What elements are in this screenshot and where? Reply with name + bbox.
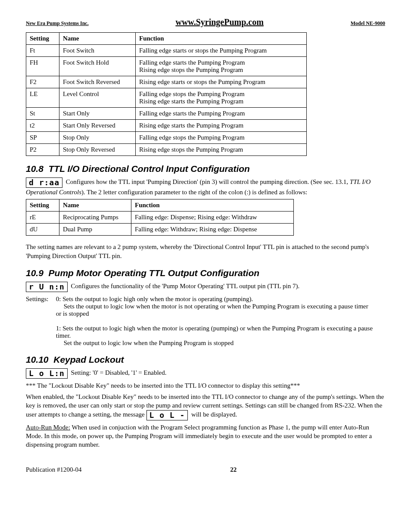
cell-name: Foot Switch Reversed <box>59 76 136 88</box>
settings-table-1: Setting Name Function FtFoot SwitchFalli… <box>26 32 307 156</box>
cell-setting: P2 <box>26 144 59 156</box>
text: ). The 2 letter configuration parameter … <box>81 189 307 196</box>
cell-function: Falling edge starts or stops the Pumping… <box>136 45 307 57</box>
setting-0-line2: Sets the output to logic low when the mo… <box>56 303 368 317</box>
sec109-para1: r U n:n Configures the functionality of … <box>26 282 385 292</box>
cell-setting: FH <box>26 57 59 76</box>
text: Configures the functionality of the 'Pum… <box>71 283 300 289</box>
setting-1-line2: Set the output to logic low when the Pum… <box>64 339 234 346</box>
section-title: Keypad Lockout <box>53 355 124 364</box>
cell-name: Stop Only Reversed <box>59 144 136 156</box>
section-title: Pump Motor Operating TTL Output Configur… <box>49 268 260 278</box>
cell-function: Falling edge: Dispense; Rising edge: Wit… <box>131 212 294 224</box>
table-row: F2Foot Switch ReversedRising edge starts… <box>26 76 307 88</box>
cell-name: Foot Switch <box>59 45 136 57</box>
header-model: Model NE-9000 <box>351 20 385 27</box>
lcd-display-icon: L o L:n <box>26 368 68 379</box>
header-company: New Era Pump Systems Inc. <box>26 20 89 27</box>
lcd-display-icon: L o L - <box>146 410 188 420</box>
setting-0-line1: 0: Sets the output to logic high only wh… <box>56 296 253 302</box>
cell-function: Rising edge starts the Pumping Program <box>136 120 307 132</box>
sec1010-setting-line: L o L:n Setting: '0' = Disabled, '1' = E… <box>26 368 385 379</box>
sec108-para1: d r:aa Configures how the TTL input 'Pum… <box>26 177 385 196</box>
cell-function: Falling edge starts the Pumping Program … <box>136 57 307 76</box>
cell-name: Level Control <box>59 88 136 108</box>
table-row: StStart OnlyFalling edge starts the Pump… <box>26 108 307 120</box>
cell-function: Falling edge starts the Pumping Program <box>136 108 307 120</box>
cell-setting: St <box>26 108 59 120</box>
settings-table-2: Setting Name Function rEReciprocating Pu… <box>26 199 294 236</box>
cell-setting: dU <box>26 224 59 236</box>
text: will be displayed. <box>191 411 237 418</box>
section-number: 10.10 <box>26 355 49 364</box>
th-setting: Setting <box>26 33 59 45</box>
table-row: FtFoot SwitchFalling edge starts or stop… <box>26 45 307 57</box>
table-row: t2Start Only ReversedRising edge starts … <box>26 120 307 132</box>
sec108-para2: The setting names are relevant to a 2 pu… <box>26 243 385 260</box>
th-function: Function <box>136 33 307 45</box>
section-number: 10.9 <box>26 268 44 278</box>
cell-function: Rising edge stops the Pumping Program <box>136 144 307 156</box>
cell-name: Reciprocating Pumps <box>59 212 131 224</box>
cell-setting: LE <box>26 88 59 108</box>
cell-name: Start Only Reversed <box>59 120 136 132</box>
cell-function: Falling edge stops the Pumping Program <box>136 132 307 144</box>
page-header: New Era Pump Systems Inc. www.SyringePum… <box>26 17 385 27</box>
th-function: Function <box>131 199 294 212</box>
text: Setting: '0' = Disabled, '1' = Enabled. <box>71 369 167 376</box>
table-header-row: Setting Name Function <box>26 199 294 212</box>
cell-setting: t2 <box>26 120 59 132</box>
settings-body: 0: Sets the output to logic high only wh… <box>56 296 375 347</box>
cell-function: Falling edge stops the Pumping Program R… <box>136 88 307 108</box>
sec109-settings: Settings: 0: Sets the output to logic hi… <box>26 296 385 347</box>
sec1010-autorun: Auto-Run Mode: When used in conjuction w… <box>26 423 385 449</box>
autorun-label: Auto-Run Mode: <box>26 424 70 431</box>
footer-page-number: 22 <box>230 466 237 473</box>
section-number: 10.8 <box>26 164 44 174</box>
header-url: www.SyringePump.com <box>175 17 263 27</box>
table-row: LELevel ControlFalling edge stops the Pu… <box>26 88 307 108</box>
cell-setting: SP <box>26 132 59 144</box>
cell-function: Rising edge starts or stops the Pumping … <box>136 76 307 88</box>
text: Configures how the TTL input 'Pumping Di… <box>66 178 350 185</box>
table-row: rEReciprocating PumpsFalling edge: Dispe… <box>26 212 294 224</box>
table-row: P2Stop Only ReversedRising edge stops th… <box>26 144 307 156</box>
table-row: FHFoot Switch HoldFalling edge starts th… <box>26 57 307 76</box>
lcd-display-icon: d r:aa <box>26 177 62 188</box>
section-title: TTL I/O Directional Control Input Config… <box>49 164 250 174</box>
cell-setting: F2 <box>26 76 59 88</box>
cell-name: Start Only <box>59 108 136 120</box>
table-header-row: Setting Name Function <box>26 33 307 45</box>
page-footer: Publication #1200-04 22 <box>26 466 385 473</box>
cell-name: Stop Only <box>59 132 136 144</box>
th-name: Name <box>59 33 136 45</box>
table-row: SPStop OnlyFalling edge stops the Pumpin… <box>26 132 307 144</box>
cell-name: Dual Pump <box>59 224 131 236</box>
section-10-8-heading: 10.8 TTL I/O Directional Control Input C… <box>26 164 385 174</box>
sec1010-para2: When enabled, the "Lockout Disable Key" … <box>26 392 385 420</box>
setting-1-line1: 1: Sets the output to logic high when th… <box>56 325 373 339</box>
cell-name: Foot Switch Hold <box>59 57 136 76</box>
section-10-10-heading: 10.10 Keypad Lockout <box>26 355 385 365</box>
lcd-display-icon: r U n:n <box>26 282 68 292</box>
autorun-text: When used in conjuction with the Program… <box>26 424 372 448</box>
cell-function: Falling edge: Withdraw; Rising edge: Dis… <box>131 224 294 236</box>
th-name: Name <box>59 199 131 212</box>
cell-setting: rE <box>26 212 59 224</box>
footer-publication: Publication #1200-04 <box>26 466 82 473</box>
cell-setting: Ft <box>26 45 59 57</box>
table-row: dUDual PumpFalling edge: Withdraw; Risin… <box>26 224 294 236</box>
th-setting: Setting <box>26 199 59 212</box>
sec1010-note: *** The "Lockout Disable Key" needs to b… <box>26 381 385 390</box>
settings-label: Settings: <box>26 296 54 303</box>
section-10-9-heading: 10.9 Pump Motor Operating TTL Output Con… <box>26 268 385 278</box>
